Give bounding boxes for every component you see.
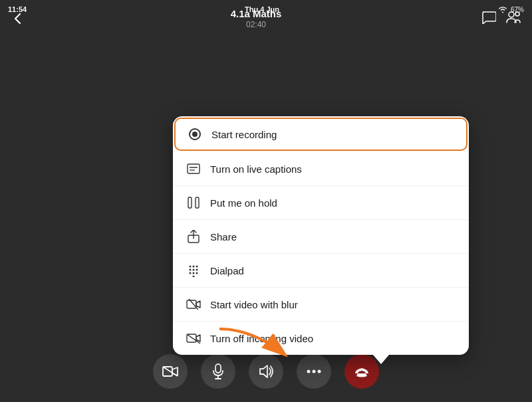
call-duration: 02:40 (231, 20, 282, 29)
captions-icon (186, 161, 201, 176)
svg-point-12 (193, 269, 195, 271)
arrow-annotation (213, 322, 293, 362)
header-center: 4.1a Maths 02:40 (231, 8, 282, 29)
menu-label-put-on-hold: Put me on hold (210, 197, 277, 209)
video-off-icon (186, 331, 201, 346)
svg-point-9 (193, 266, 195, 268)
menu-label-live-captions: Turn on live captions (210, 163, 302, 175)
svg-point-16 (196, 272, 198, 274)
svg-point-11 (190, 269, 192, 271)
menu-item-start-recording[interactable]: Start recording (174, 118, 467, 151)
svg-point-29 (313, 370, 316, 373)
svg-rect-25 (215, 364, 221, 373)
hold-icon (186, 195, 201, 210)
svg-rect-2 (188, 164, 200, 173)
svg-rect-6 (196, 197, 199, 208)
svg-point-13 (196, 269, 198, 271)
svg-point-28 (307, 370, 311, 373)
header-right (481, 11, 521, 27)
menu-item-video-blur[interactable]: Start video with blur (173, 288, 469, 322)
menu-label-dialpad: Dialpad (210, 265, 244, 276)
svg-point-10 (196, 266, 198, 268)
record-icon (188, 127, 202, 142)
svg-point-30 (318, 370, 321, 373)
menu-item-share[interactable]: Share (173, 220, 469, 254)
menu-item-put-on-hold[interactable]: Put me on hold (173, 186, 469, 220)
dialpad-icon (186, 263, 201, 278)
menu-item-live-captions[interactable]: Turn on live captions (173, 152, 469, 186)
menu-label-video-blur: Start video with blur (210, 299, 298, 310)
svg-point-17 (193, 276, 195, 278)
svg-point-15 (193, 272, 195, 274)
back-button[interactable] (11, 11, 31, 26)
video-blur-icon (186, 297, 201, 312)
svg-point-8 (190, 266, 192, 268)
chat-icon[interactable] (481, 11, 496, 27)
header: 4.1a Maths 02:40 (0, 0, 532, 37)
menu-label-start-recording: Start recording (211, 129, 277, 140)
svg-rect-5 (188, 197, 192, 208)
menu-label-share: Share (210, 231, 237, 243)
dropdown-arrow (373, 355, 389, 364)
menu-item-dialpad[interactable]: Dialpad (173, 254, 469, 288)
dropdown-menu: Start recording Turn on live captions (173, 116, 469, 355)
svg-point-14 (190, 272, 192, 274)
call-title: 4.1a Maths (231, 8, 282, 19)
svg-point-1 (515, 12, 519, 16)
participants-icon[interactable] (505, 11, 521, 27)
svg-point-0 (509, 12, 514, 17)
share-icon (186, 229, 201, 244)
